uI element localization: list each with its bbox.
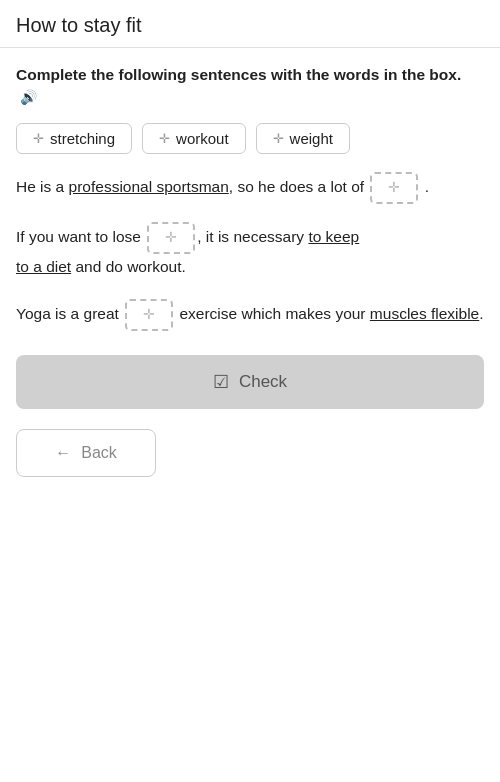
instructions-text: Complete the following sentences with th… — [16, 66, 461, 83]
check-button[interactable]: ☑ Check — [16, 355, 484, 409]
drag-icon: ✛ — [159, 131, 170, 146]
drop-target-2[interactable]: ✛ — [147, 222, 195, 254]
sentences-container: He is a professional sportsman, so he do… — [16, 172, 484, 330]
sentence-2-text-2: , it is necessary — [197, 228, 308, 245]
word-label: workout — [176, 130, 229, 147]
back-arrow-icon: ← — [55, 444, 71, 462]
sentence-3-text-2: exercise which makes your — [175, 305, 370, 322]
instructions: Complete the following sentences with th… — [16, 64, 484, 107]
drag-icon: ✛ — [273, 131, 284, 146]
sentence-1-text-3: . — [420, 178, 429, 195]
sentence-2-text-1: If you want to lose — [16, 228, 145, 245]
check-icon: ☑ — [213, 371, 229, 393]
word-bank: ✛ stretching ✛ workout ✛ weight — [16, 123, 484, 154]
word-chip-stretching[interactable]: ✛ stretching — [16, 123, 132, 154]
word-chip-workout[interactable]: ✛ workout — [142, 123, 246, 154]
word-chip-weight[interactable]: ✛ weight — [256, 123, 350, 154]
drop-icon-2: ✛ — [165, 226, 177, 250]
sentence-3-text-1: Yoga is a great — [16, 305, 123, 322]
drop-icon-3: ✛ — [143, 303, 155, 327]
back-button-label: Back — [81, 444, 117, 462]
word-label: weight — [290, 130, 333, 147]
drag-icon: ✛ — [33, 131, 44, 146]
sentence-3: Yoga is a great ✛ exercise which makes y… — [16, 299, 484, 331]
drop-target-1[interactable]: ✛ — [370, 172, 418, 204]
sentence-1-text-1: He is a — [16, 178, 69, 195]
audio-icon[interactable]: 🔊 — [20, 88, 37, 108]
sentence-2-text-3: and do workout. — [71, 258, 186, 275]
sentence-3-text-3: . — [479, 305, 483, 322]
sentence-1: He is a professional sportsman, so he do… — [16, 172, 484, 204]
drop-icon-1: ✛ — [388, 176, 400, 200]
sentence-3-underline: muscles flexible — [370, 305, 479, 322]
word-label: stretching — [50, 130, 115, 147]
back-button[interactable]: ← Back — [16, 429, 156, 477]
page-title: How to stay fit — [0, 0, 500, 48]
drop-target-3[interactable]: ✛ — [125, 299, 173, 331]
sentence-1-text-2: , so he does a lot of — [229, 178, 369, 195]
sentence-2: If you want to lose ✛, it is necessary t… — [16, 222, 484, 280]
check-button-label: Check — [239, 372, 287, 392]
sentence-1-underline: professional sportsman — [69, 178, 229, 195]
